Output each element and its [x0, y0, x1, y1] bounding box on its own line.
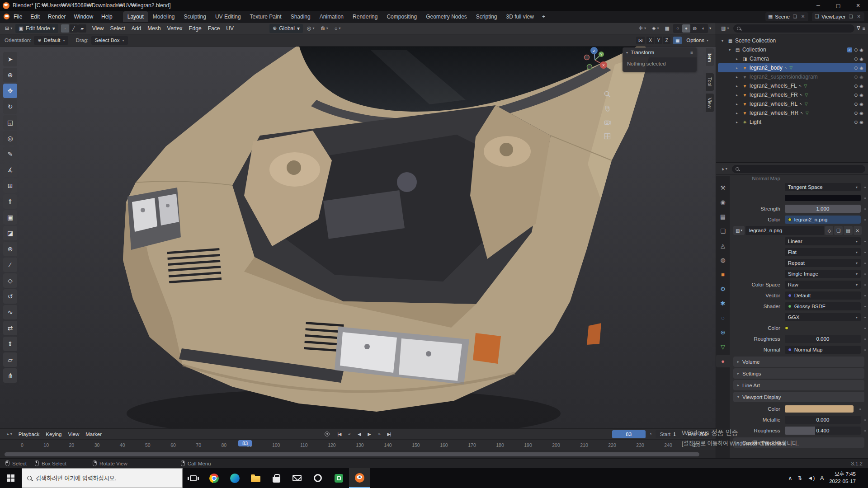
animate-dot[interactable]	[864, 197, 866, 199]
tab-view-layer[interactable]: ❏	[716, 225, 730, 237]
wireframe-shading-button[interactable]: ○	[674, 24, 682, 33]
proportional-editing-button[interactable]: ○▾	[332, 24, 343, 33]
tool-smooth[interactable]: ∿	[3, 305, 17, 319]
eye-icon[interactable]: ⊙	[854, 47, 858, 52]
tool-inset-faces[interactable]: ▣	[3, 210, 17, 225]
animate-dot[interactable]	[864, 273, 866, 275]
timeline-editor-type-button[interactable]: ◔ ▾	[4, 430, 14, 438]
tool-move[interactable]: ✥	[3, 84, 17, 98]
viewport-canvas[interactable]: ➤ ⊕ ✥ ↻	[0, 47, 716, 428]
copy-datablock-button[interactable]: ❏	[834, 226, 843, 235]
taskbar-clock[interactable]: 오후 7:45 2022-05-17	[829, 471, 856, 485]
menu-item[interactable]: Window	[70, 12, 97, 22]
tool-poly-build[interactable]: ◇	[3, 273, 17, 288]
new-scene-button[interactable]: ❏	[792, 14, 798, 19]
fake-user-button[interactable]: ◇	[825, 226, 833, 235]
projection-dropdown[interactable]: Flat▾	[785, 248, 861, 256]
minimize-button[interactable]: ─	[808, 0, 828, 11]
glossy-color-input[interactable]	[785, 324, 861, 332]
shader-input[interactable]: Glossy BSDF	[785, 302, 861, 310]
hidden-icons-button[interactable]: ∧	[788, 475, 792, 481]
tab-material[interactable]: ●	[716, 355, 730, 367]
expand-arrow-icon[interactable]: ▸	[736, 111, 740, 115]
eye-icon[interactable]: ⊙	[854, 93, 858, 98]
task-view-button[interactable]	[183, 468, 203, 488]
frame-start-field[interactable]: Start 1	[656, 430, 680, 438]
menu-item[interactable]: Help	[97, 12, 117, 22]
zoom-button[interactable]	[603, 90, 611, 98]
tab-object[interactable]: ■	[716, 268, 730, 281]
sidebar-tab[interactable]: View	[706, 94, 714, 113]
navigation-gizmo[interactable]: Z X Y	[582, 47, 608, 72]
tool-bevel[interactable]: ◪	[3, 226, 17, 240]
show-gizmo-button[interactable]: ✛▾	[637, 24, 648, 33]
workspace-tab[interactable]: UV Editing	[211, 11, 245, 22]
taskbar-search[interactable]	[22, 468, 183, 488]
keying-clock-icon[interactable]: ◔	[649, 432, 652, 436]
mirror-icon-button[interactable]: ⋈	[636, 37, 645, 44]
edge-select-button[interactable]: ╱	[70, 24, 78, 33]
eye-icon[interactable]: ⊙	[854, 66, 858, 70]
viewport-menu-item[interactable]: UV	[223, 23, 237, 33]
animate-dot[interactable]	[864, 349, 866, 351]
render-visibility-icon[interactable]: ◉	[859, 47, 863, 52]
network-icon[interactable]: ⇅	[797, 475, 802, 481]
collection-checkbox[interactable]: ✓	[847, 47, 852, 52]
extension-dropdown[interactable]: Repeat▾	[785, 259, 861, 267]
transport-button[interactable]: ◀	[354, 430, 364, 438]
expand-arrow-icon[interactable]: ▸	[736, 102, 740, 106]
workspace-tab[interactable]: Compositing	[382, 11, 421, 22]
pan-button[interactable]	[603, 104, 611, 112]
space-dropdown[interactable]: Tangent Space▾	[785, 183, 861, 191]
animate-dot[interactable]	[864, 219, 866, 221]
viewport-color-swatch[interactable]	[785, 405, 854, 413]
file-explorer-button[interactable]	[245, 468, 266, 488]
render-visibility-icon[interactable]: ◉	[859, 102, 863, 107]
properties-editor-type-button[interactable]: ◑ ▾	[719, 165, 730, 173]
vertex-select-button[interactable]: ∙	[61, 24, 69, 33]
animate-dot[interactable]	[864, 317, 866, 318]
image-name-field[interactable]: legran2_n.png	[745, 226, 825, 235]
animate-dot[interactable]	[859, 408, 861, 410]
normal-input[interactable]: Normal Map	[785, 346, 861, 354]
vector-input[interactable]: Default	[785, 291, 861, 300]
section-line-art[interactable]: ▸Line Art	[733, 380, 864, 390]
transport-button[interactable]: ▶|	[384, 430, 394, 438]
viewlayer-selector[interactable]: ❏ ViewLayer ❏ ✕	[812, 12, 864, 21]
camera-view-button[interactable]	[603, 118, 611, 126]
section-volume[interactable]: ▸Volume	[733, 357, 864, 367]
workspace-tab[interactable]: Texture Paint	[245, 11, 286, 22]
ring-app-button[interactable]	[307, 468, 328, 488]
tab-physics[interactable]: ◌	[716, 311, 730, 324]
render-visibility-icon[interactable]: ◉	[859, 120, 863, 125]
strength-slider[interactable]: 1.000	[785, 205, 861, 213]
tab-render[interactable]: ◉	[716, 196, 730, 208]
outliner-row-legran2-wheels-rr[interactable]: ▸ ▼ legran2_wheels_RR ↖ ▽ ⊙ ◉	[718, 108, 866, 117]
material-shading-button[interactable]: ◍	[691, 24, 699, 33]
pivot-point-button[interactable]: ◎▾	[305, 24, 317, 33]
snap-base-toggle[interactable]: ▦	[673, 37, 682, 44]
search-input[interactable]	[36, 475, 177, 482]
source-dropdown[interactable]: Single Image▾	[785, 270, 861, 278]
viewport-menu-item[interactable]: Select	[107, 23, 128, 33]
workspace-tab[interactable]: Rendering	[348, 11, 382, 22]
blender-app-menu-icon[interactable]	[4, 14, 9, 19]
tool-cursor[interactable]: ⊕	[3, 68, 17, 82]
tool-annotate[interactable]: ✎	[3, 147, 17, 161]
tab-constraints[interactable]: ⊛	[716, 326, 730, 338]
viewport-roughness-slider[interactable]: 0.400	[785, 427, 861, 435]
animate-dot[interactable]	[864, 306, 866, 307]
mail-app-button[interactable]	[287, 468, 307, 488]
ortho-toggle-button[interactable]	[603, 132, 611, 140]
outliner-row-legran2-suspensiondiagram[interactable]: ▸ ▼ legran2_suspensiondiagram ⊙ ◉	[718, 72, 866, 81]
menu-item[interactable]: File	[9, 12, 26, 22]
remove-viewlayer-button[interactable]: ✕	[856, 14, 862, 19]
face-select-button[interactable]: ▰	[78, 24, 86, 33]
distribution-dropdown[interactable]: GGX▾	[785, 313, 861, 321]
expand-arrow-icon[interactable]: ▾	[722, 39, 726, 43]
metallic-slider[interactable]: 0.000	[785, 416, 861, 424]
viewport-menu-item[interactable]: Face	[205, 23, 223, 33]
eye-icon[interactable]: ⊙	[854, 84, 858, 89]
properties-search-input[interactable]	[732, 165, 865, 173]
workspace-tab[interactable]: Animation	[315, 11, 348, 22]
